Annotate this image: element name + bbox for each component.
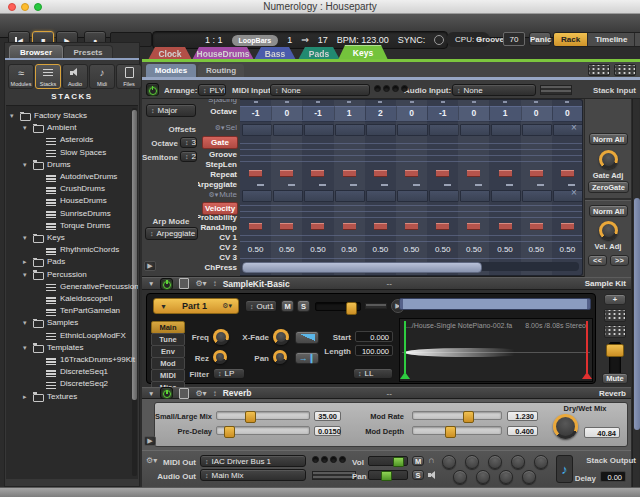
part-grid-view-button-2[interactable] — [604, 325, 626, 338]
sel-step[interactable] — [397, 124, 427, 136]
mute-step[interactable] — [366, 190, 396, 202]
sel-step[interactable] — [460, 124, 490, 136]
tree-item-row[interactable]: TenPartGamelan — [6, 305, 138, 317]
slider-handle[interactable] — [445, 426, 456, 438]
mute-step[interactable] — [491, 190, 521, 202]
output-knob[interactable] — [511, 455, 525, 469]
mute-step[interactable] — [397, 190, 427, 202]
step-grid[interactable]: -10.5000.50-10.5010.5020.5000.50-10.5000… — [240, 99, 583, 276]
tree-item-row[interactable]: AutodriveDrums — [6, 171, 138, 183]
row-label-gate[interactable]: Gate — [202, 136, 238, 149]
output-knob[interactable] — [522, 470, 536, 484]
close-sel-row-icon[interactable]: × — [571, 123, 577, 133]
drywet-value[interactable]: 40.84 — [584, 427, 620, 438]
sidebar-button-stacks[interactable]: Stacks — [35, 64, 61, 89]
chevron-down-icon[interactable]: ▾ — [23, 232, 27, 244]
freq-knob[interactable] — [213, 329, 229, 345]
slider-handle[interactable] — [393, 457, 404, 467]
arpeggiate-step[interactable] — [257, 184, 264, 186]
arpeggiate-step[interactable] — [350, 184, 357, 186]
chevron-down-icon[interactable]: ▾ — [23, 122, 27, 134]
mute-step[interactable] — [522, 190, 552, 202]
repeat-step[interactable] — [436, 170, 449, 177]
audio-out-dropdown[interactable]: Main Mix — [200, 469, 306, 481]
row-label-mute[interactable]: ⚙▾Mute — [208, 190, 237, 199]
part-grid-view-button[interactable] — [604, 309, 626, 322]
slider-handle[interactable] — [463, 411, 474, 423]
layout-grid-button-2[interactable] — [614, 64, 636, 76]
tree-folder-row[interactable]: ▾Percussion — [6, 269, 138, 281]
randjmp-step[interactable] — [561, 223, 574, 230]
chevron-down-icon[interactable]: ▾ — [10, 110, 14, 122]
reverb-param-slider[interactable] — [216, 411, 310, 420]
repeat-step[interactable] — [374, 170, 387, 177]
octave-step[interactable]: 0 — [552, 106, 583, 120]
arpeggiate-step[interactable] — [319, 184, 326, 186]
part-gear-icon[interactable]: ⚙▾ — [222, 302, 232, 310]
octave-step[interactable]: 0 — [521, 106, 553, 120]
tree-item-row[interactable]: Torque Drums — [6, 220, 138, 232]
repeat-step[interactable] — [530, 170, 543, 177]
arpeggiate-step[interactable] — [537, 184, 544, 186]
tab-routing[interactable]: Routing — [198, 64, 244, 77]
octave-step[interactable]: -1 — [427, 106, 459, 120]
randjmp-step[interactable] — [311, 223, 324, 230]
output-knob[interactable] — [442, 455, 456, 469]
output-gear-icon[interactable]: ⚙▾ — [146, 456, 157, 465]
vertical-slider-handle[interactable] — [606, 344, 624, 357]
tree-folder-row[interactable]: ▾Templates — [6, 342, 138, 354]
tree-item-row[interactable]: Slow Spaces — [6, 147, 138, 159]
repeat-step[interactable] — [280, 170, 293, 177]
length-value[interactable]: 100.000 — [355, 345, 393, 356]
randjmp-step[interactable] — [467, 223, 480, 230]
chevron-right-icon[interactable]: ▸ — [23, 256, 27, 268]
gear-icon[interactable]: ⚙▾ — [208, 191, 218, 198]
semitone-offset-dropdown[interactable]: 2 — [180, 151, 197, 162]
tree-folder-row[interactable]: ▸Pads — [6, 256, 138, 268]
sel-step[interactable] — [522, 124, 552, 136]
mute-step[interactable] — [304, 190, 334, 202]
repeat-step[interactable] — [405, 170, 418, 177]
gear-icon[interactable]: ⚙▾ — [195, 389, 206, 398]
arpeggiate-step[interactable] — [444, 184, 451, 186]
chevron-down-icon[interactable]: ▾ — [23, 269, 27, 281]
octave-step[interactable]: 1 — [334, 106, 366, 120]
output-knob[interactable] — [534, 455, 548, 469]
octave-step[interactable]: 0 — [271, 106, 303, 120]
part-solo-button[interactable]: S — [297, 300, 310, 312]
octave-step[interactable]: 0 — [396, 106, 428, 120]
mute-step[interactable] — [242, 190, 272, 202]
sequencer-preview-button[interactable]: ▶ — [144, 261, 156, 271]
zero-gate-button[interactable]: ZeroGate — [588, 181, 629, 193]
filter-type-dropdown[interactable]: LP — [213, 368, 245, 379]
randjmp-step[interactable] — [249, 223, 262, 230]
chevron-right-icon[interactable]: ▸ — [23, 391, 27, 403]
tree-item-row[interactable]: HouseDrums — [6, 195, 138, 207]
randjmp-step[interactable] — [374, 223, 387, 230]
tree-item-row[interactable]: KaleidoscopeII — [6, 293, 138, 305]
scale-dropdown[interactable]: Major — [146, 104, 196, 117]
tree-item-row[interactable]: Asteroids — [6, 134, 138, 146]
slider-handle[interactable] — [346, 302, 357, 315]
reorder-icon[interactable]: ↕ — [213, 279, 217, 288]
output-knob[interactable] — [488, 455, 502, 469]
waveform-overview[interactable] — [399, 298, 591, 310]
preset-file-icon[interactable] — [179, 278, 189, 289]
tree-item-row[interactable]: SunriseDrums — [6, 208, 138, 220]
pan-knob[interactable] — [273, 350, 287, 364]
midi-input-dropdown[interactable]: None — [270, 84, 370, 96]
repeat-step[interactable] — [249, 170, 262, 177]
volume-slider[interactable] — [368, 456, 408, 466]
collapse-icon[interactable]: ▼ — [148, 390, 154, 397]
chevron-down-icon[interactable]: ▾ — [23, 317, 27, 329]
preset-file-icon[interactable] — [179, 388, 189, 399]
mute-step[interactable] — [273, 190, 303, 202]
sel-step[interactable] — [335, 124, 365, 136]
sidebar-button-modules[interactable]: Modules — [8, 64, 34, 89]
reorder-icon[interactable]: ↕ — [213, 389, 217, 398]
octave-step[interactable]: -1 — [302, 106, 334, 120]
output-knob[interactable] — [465, 455, 479, 469]
reverb-param-value[interactable]: 35.00 — [314, 411, 341, 421]
audio-input-dropdown[interactable]: None — [452, 84, 536, 96]
chevron-down-icon[interactable]: ▾ — [23, 342, 27, 354]
